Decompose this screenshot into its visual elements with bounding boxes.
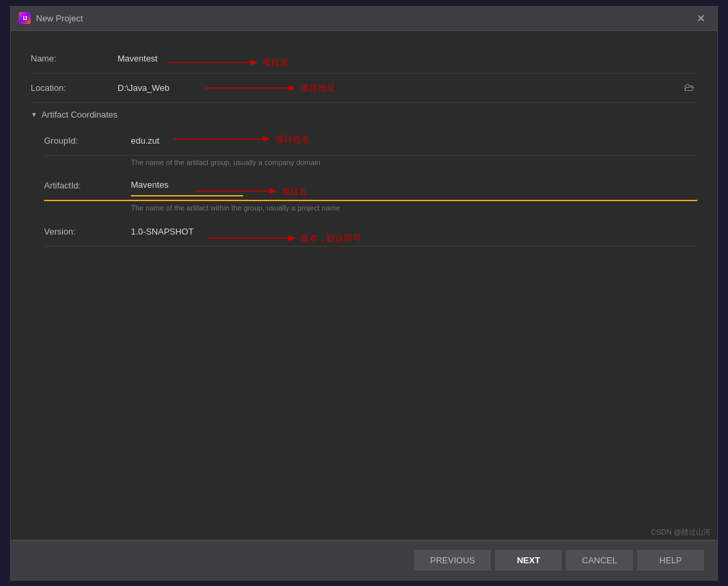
groupid-input-wrapper [131,130,697,151]
folder-browse-icon[interactable]: 🗁 [681,79,697,96]
title-bar-left: IJ New Project [19,12,83,24]
groupid-help: The name of the artifact group, usually … [44,156,697,172]
groupid-label: GroupId: [44,136,131,146]
dialog-body: Name: Location: 🗁 ▼ Artifact Coordinates [11,31,717,540]
title-bar: IJ New Project ✕ [11,7,717,31]
version-row: Version: [44,217,697,247]
cancel-button[interactable]: CANCEL [566,550,633,571]
artifactid-input[interactable] [131,174,243,196]
app-icon: IJ [19,12,31,24]
artifact-section-label: Artifact Coordinates [41,110,118,120]
artifact-section: GroupId: The name of the artifact group,… [31,126,697,247]
artifactid-help: The name of the artifact within the grou… [44,201,697,217]
artifactid-row: ArtifactId: [44,172,697,201]
watermark: CSDN @踏过山河 [651,527,711,537]
name-label: Name: [31,53,118,63]
next-button[interactable]: NEXT [495,550,562,571]
close-button[interactable]: ✕ [693,11,709,26]
dialog-title: New Project [36,13,83,23]
location-input-wrapper [118,78,681,98]
artifact-section-header[interactable]: ▼ Artifact Coordinates [31,103,697,126]
groupid-input[interactable] [131,130,243,151]
form-content: Name: Location: 🗁 ▼ Artifact Coordinates [11,31,717,540]
artifactid-input-wrapper [131,174,697,196]
bottom-bar: PREVIOUS NEXT CANCEL HELP [11,540,717,580]
groupid-row: GroupId: [44,126,697,156]
version-input-wrapper [131,221,697,242]
location-row: Location: 🗁 [31,74,697,103]
previous-button[interactable]: PREVIOUS [414,550,491,571]
help-button[interactable]: HELP [637,550,704,571]
artifactid-label: ArtifactId: [44,180,131,190]
location-input[interactable] [118,78,230,98]
version-label: Version: [44,227,131,237]
name-input[interactable] [118,48,230,69]
chevron-icon: ▼ [31,111,37,118]
name-input-wrapper [118,48,697,69]
new-project-dialog: IJ New Project ✕ Name: Location: 🗁 [10,6,718,581]
location-label: Location: [31,83,118,93]
name-row: Name: [31,44,697,74]
version-input[interactable] [131,221,243,242]
